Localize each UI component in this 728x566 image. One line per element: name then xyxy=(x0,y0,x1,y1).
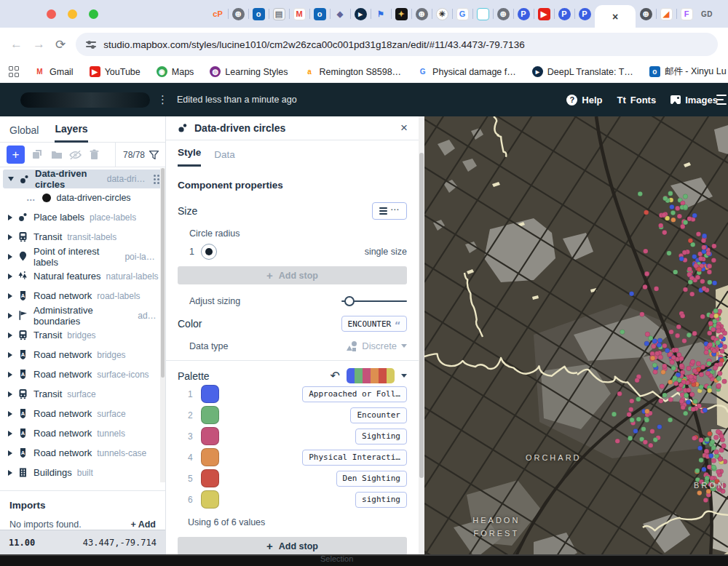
tab-overflow-label[interactable]: GD xyxy=(701,10,713,18)
more-icon[interactable]: … xyxy=(26,193,36,203)
layer-row-tunnels[interactable]: ARoad networktunnels xyxy=(0,423,165,443)
caret-right-icon[interactable] xyxy=(8,332,12,338)
caret-right-icon[interactable] xyxy=(8,411,12,417)
color-swatch[interactable] xyxy=(201,448,219,466)
pinned-tab-p-circle-3[interactable]: P xyxy=(574,0,595,28)
pinned-tab-gmail-tab[interactable]: M xyxy=(289,0,309,28)
forward-button[interactable]: → xyxy=(33,37,45,52)
pinned-tab-p-circle-1[interactable]: P xyxy=(513,0,534,28)
sidebar-scrollbar[interactable] xyxy=(160,168,165,482)
apps-grid-icon[interactable] xyxy=(9,66,19,78)
pinned-tab-reader[interactable]: ▤ xyxy=(269,0,289,28)
style-menu-button[interactable]: ⋮ xyxy=(157,93,168,106)
layer-row-admin[interactable]: Administrative boundariesadmin xyxy=(0,306,165,325)
close-tab-icon[interactable]: × xyxy=(612,11,618,23)
bookmark-learning[interactable]: ◍Learning Styles xyxy=(210,66,288,77)
pinned-tab-globe-4[interactable]: ⊕ xyxy=(636,0,656,28)
bookmark-google[interactable]: GPhysical damage f… xyxy=(417,66,516,77)
caret-right-icon[interactable] xyxy=(8,470,12,476)
layer-row-bridges[interactable]: ARoad networkbridges xyxy=(0,345,165,364)
duplicate-layer-icon[interactable] xyxy=(31,148,44,161)
minimize-window-button[interactable] xyxy=(68,9,77,19)
back-button[interactable]: ← xyxy=(10,37,23,52)
pinned-tab-figma-tab[interactable]: F xyxy=(676,0,697,28)
fonts-button[interactable]: Tt Fonts xyxy=(617,95,657,105)
add-layer-button[interactable]: + xyxy=(7,146,25,164)
value-button[interactable]: Sighting xyxy=(355,429,407,445)
bookmark-amazon[interactable]: aRemington S8598… xyxy=(304,66,402,77)
layer-row-transit-labels[interactable]: Transittransit-labels xyxy=(0,227,165,247)
color-swatch[interactable] xyxy=(201,406,219,424)
caret-right-icon[interactable] xyxy=(8,431,12,437)
color-swatch[interactable] xyxy=(201,490,219,509)
close-window-button[interactable] xyxy=(47,9,56,19)
color-swatch[interactable] xyxy=(201,469,219,487)
slider-handle[interactable] xyxy=(344,296,355,306)
color-swatch[interactable] xyxy=(201,427,219,445)
layer-counter[interactable]: 78/78 xyxy=(115,143,159,167)
pinned-tab-bookmark-flag[interactable]: ⚑ xyxy=(371,0,391,28)
site-settings-icon[interactable] xyxy=(86,39,96,49)
pinned-tab-youtube-tab[interactable]: ▶ xyxy=(534,0,554,28)
layer-row-tunnels-case[interactable]: ARoad networktunnels-case xyxy=(0,443,165,463)
caret-right-icon[interactable] xyxy=(8,293,12,299)
address-bar[interactable]: studio.mapbox.com/styles/lucine1010/cm2w… xyxy=(76,33,718,56)
bookmark-outlook[interactable]: o邮件 - Xinyu Lu -… xyxy=(649,65,728,78)
add-stop-button-disabled[interactable]: +Add stop xyxy=(178,266,407,284)
undo-palette-icon[interactable]: ↶ xyxy=(331,370,340,382)
caret-right-icon[interactable] xyxy=(8,372,12,378)
pinned-tab-sparkle[interactable]: ✦ xyxy=(391,0,411,28)
group-layers-icon[interactable] xyxy=(50,148,63,161)
pinned-tab-outlook-1[interactable]: o xyxy=(248,0,269,28)
bookmark-gmail[interactable]: MGmail xyxy=(34,66,74,77)
help-button[interactable]: ? Help xyxy=(566,95,602,105)
caret-down-icon[interactable] xyxy=(8,177,14,181)
drag-handle-icon[interactable] xyxy=(154,175,159,184)
bookmark-deepl[interactable]: ▸DeepL Translate: T… xyxy=(532,66,633,77)
palette-caret-icon[interactable] xyxy=(401,374,407,378)
layer-row-natural-labels[interactable]: Natural featuresnatural-labels xyxy=(0,266,165,286)
layer-row-place-labels[interactable]: Place labelsplace-labels xyxy=(0,207,165,227)
caret-right-icon[interactable] xyxy=(8,313,12,319)
add-stop-button[interactable]: +Add stop xyxy=(178,537,407,555)
pinned-tab-cube[interactable]: ◆ xyxy=(330,0,350,28)
layer-row-bridges[interactable]: Transitbridges xyxy=(0,325,165,345)
panel-scrollbar[interactable] xyxy=(419,116,424,566)
tab-layers[interactable]: Layers xyxy=(55,123,87,143)
map-canvas[interactable]: ORCHARDHEADON FORESTBRON xyxy=(424,116,728,566)
layer-row-road-labels[interactable]: ARoad networkroad-labels xyxy=(0,286,165,306)
pinned-tab-google-g[interactable]: G xyxy=(452,0,472,28)
layer-row-built[interactable]: Buildingsbuilt xyxy=(0,463,165,482)
caret-right-icon[interactable] xyxy=(8,391,12,397)
pinned-tab-chatgpt[interactable]: ✳ xyxy=(432,0,452,28)
bookmark-youtube[interactable]: ▶YouTube xyxy=(90,66,141,77)
layer-row-surface[interactable]: ARoad networksurface xyxy=(0,404,165,423)
delete-layer-icon[interactable] xyxy=(88,148,100,161)
pinned-tab-cpanel[interactable]: cP xyxy=(207,0,228,28)
add-import-button[interactable]: + Add xyxy=(130,519,156,530)
layer-row-poi-labels[interactable]: Point of interest labelspoi-labels xyxy=(0,247,165,266)
images-button[interactable]: Images xyxy=(670,95,718,105)
style-name-redacted[interactable] xyxy=(20,92,150,108)
caret-right-icon[interactable] xyxy=(8,254,12,260)
palette-strip[interactable] xyxy=(347,368,395,383)
value-button[interactable]: Physical Interacti… xyxy=(302,450,407,466)
size-options-button[interactable]: ⋯ xyxy=(372,202,407,220)
reload-button[interactable]: ⟳ xyxy=(55,37,66,52)
pinned-tab-globe-2[interactable]: ⊕ xyxy=(411,0,432,28)
pinned-tab-p-circle-2[interactable]: P xyxy=(554,0,574,28)
pinned-tab-orange-chart[interactable]: ◢ xyxy=(656,0,676,28)
close-panel-button[interactable]: × xyxy=(400,121,408,135)
layer-row-surface[interactable]: Transitsurface xyxy=(0,384,165,404)
pinned-tab-deepl-tab[interactable]: ▸ xyxy=(350,0,371,28)
color-swatch[interactable] xyxy=(201,385,219,403)
caret-right-icon[interactable] xyxy=(8,215,12,220)
color-field-button[interactable]: ENCOUNTER “ xyxy=(341,316,407,332)
caret-right-icon[interactable] xyxy=(8,450,12,456)
layer-child-row[interactable]: …data-driven-circles xyxy=(0,188,165,207)
value-button[interactable]: sighting xyxy=(355,492,407,508)
caret-right-icon[interactable] xyxy=(8,274,12,279)
history-icon[interactable] xyxy=(716,94,728,105)
caret-right-icon[interactable] xyxy=(8,234,12,240)
layer-row-selected[interactable]: Data-driven circlesdata-driven-ci xyxy=(3,170,162,188)
